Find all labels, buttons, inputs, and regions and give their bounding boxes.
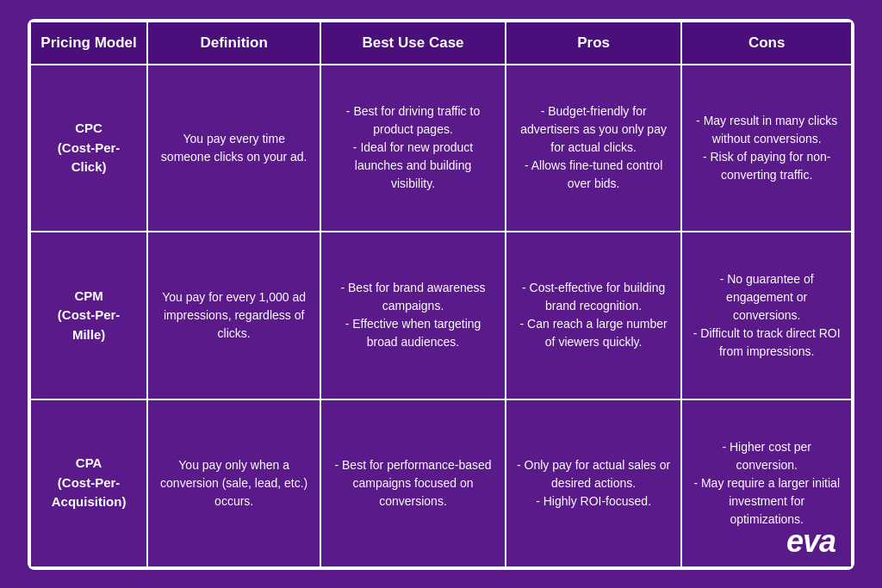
col-header-cons: Cons (681, 22, 852, 65)
pricing-table: Pricing Model Definition Best Use Case P… (29, 21, 853, 568)
main-container: Pricing Model Definition Best Use Case P… (28, 19, 854, 570)
table-row: CPA(Cost-Per-Acquisition)You pay only wh… (30, 399, 852, 567)
col-header-best-use-case: Best Use Case (320, 22, 506, 65)
col-header-definition: Definition (147, 22, 320, 65)
cell-row0-col1: You pay every time someone clicks on you… (147, 65, 320, 232)
col-header-pros: Pros (506, 22, 682, 65)
table-row: CPM(Cost-Per-Mille)You pay for every 1,0… (30, 232, 852, 399)
cell-row1-col3: - Cost-effective for building brand reco… (506, 232, 682, 399)
table-wrapper: Pricing Model Definition Best Use Case P… (29, 21, 853, 568)
cell-row0-col4: - May result in many clicks without conv… (681, 65, 852, 232)
cell-row1-col4: - No guarantee of engagement or conversi… (681, 232, 852, 399)
table-row: CPC(Cost-Per-Click)You pay every time so… (30, 65, 852, 232)
cell-row1-col2: - Best for brand awareness campaigns.- E… (320, 232, 506, 399)
cell-row2-col0: CPA(Cost-Per-Acquisition) (30, 399, 147, 567)
cell-row0-col2: - Best for driving traffic to product pa… (320, 65, 506, 232)
cell-row1-col0: CPM(Cost-Per-Mille) (30, 232, 147, 399)
cell-row2-col3: - Only pay for actual sales or desired a… (506, 399, 682, 567)
cell-row2-col2: - Best for performance-based campaigns f… (320, 399, 506, 567)
eva-logo: eva (786, 523, 835, 560)
cell-row0-col3: - Budget-friendly for advertisers as you… (506, 65, 682, 232)
col-header-model: Pricing Model (30, 22, 147, 65)
cell-row0-col0: CPC(Cost-Per-Click) (30, 65, 147, 232)
cell-row2-col1: You pay only when a conversion (sale, le… (147, 399, 320, 567)
cell-row1-col1: You pay for every 1,000 ad impressions, … (147, 232, 320, 399)
